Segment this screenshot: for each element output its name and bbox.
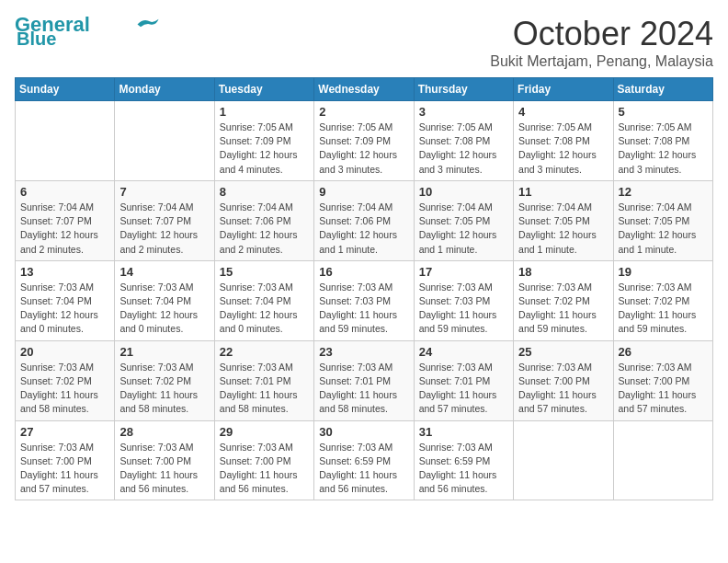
day-info: Sunrise: 7:05 AM Sunset: 7:08 PM Dayligh… — [619, 121, 708, 177]
day-info: Sunrise: 7:03 AM Sunset: 7:04 PM Dayligh… — [119, 281, 209, 337]
calendar-week-row: 13Sunrise: 7:03 AM Sunset: 7:04 PM Dayli… — [16, 260, 713, 340]
calendar-day-cell: 20Sunrise: 7:03 AM Sunset: 7:02 PM Dayli… — [16, 340, 115, 420]
calendar-day-cell: 22Sunrise: 7:03 AM Sunset: 7:01 PM Dayli… — [214, 340, 313, 420]
calendar-day-cell: 17Sunrise: 7:03 AM Sunset: 7:03 PM Dayli… — [414, 260, 513, 340]
day-info: Sunrise: 7:03 AM Sunset: 7:01 PM Dayligh… — [319, 361, 408, 417]
calendar-day-cell: 10Sunrise: 7:04 AM Sunset: 7:05 PM Dayli… — [414, 180, 513, 260]
month-title: October 2024 — [490, 15, 713, 53]
day-info: Sunrise: 7:03 AM Sunset: 7:01 PM Dayligh… — [419, 361, 508, 417]
calendar-body: 1Sunrise: 7:05 AM Sunset: 7:09 PM Daylig… — [16, 101, 713, 500]
day-info: Sunrise: 7:03 AM Sunset: 7:00 PM Dayligh… — [119, 441, 209, 497]
weekday-header-cell: Monday — [115, 78, 214, 101]
day-number: 12 — [619, 185, 708, 199]
logo-bird-icon — [134, 15, 160, 31]
day-info: Sunrise: 7:03 AM Sunset: 7:02 PM Dayligh… — [119, 361, 209, 417]
calendar-day-cell: 1Sunrise: 7:05 AM Sunset: 7:09 PM Daylig… — [214, 101, 313, 181]
day-info: Sunrise: 7:03 AM Sunset: 6:59 PM Dayligh… — [319, 441, 408, 497]
day-number: 8 — [220, 185, 309, 199]
day-info: Sunrise: 7:05 AM Sunset: 7:09 PM Dayligh… — [220, 121, 309, 177]
calendar-week-row: 27Sunrise: 7:03 AM Sunset: 7:00 PM Dayli… — [16, 420, 713, 500]
day-number: 31 — [419, 425, 508, 439]
day-number: 22 — [220, 345, 309, 359]
weekday-header-cell: Thursday — [414, 78, 513, 101]
calendar-day-cell: 3Sunrise: 7:05 AM Sunset: 7:08 PM Daylig… — [414, 101, 513, 181]
weekday-header-cell: Sunday — [16, 78, 115, 101]
day-info: Sunrise: 7:05 AM Sunset: 7:08 PM Dayligh… — [419, 121, 508, 177]
calendar-day-cell: 13Sunrise: 7:03 AM Sunset: 7:04 PM Dayli… — [16, 260, 115, 340]
calendar-day-cell: 2Sunrise: 7:05 AM Sunset: 7:09 PM Daylig… — [314, 101, 414, 181]
day-info: Sunrise: 7:03 AM Sunset: 7:00 PM Dayligh… — [619, 361, 708, 417]
calendar-day-cell: 18Sunrise: 7:03 AM Sunset: 7:02 PM Dayli… — [514, 260, 613, 340]
day-info: Sunrise: 7:03 AM Sunset: 7:00 PM Dayligh… — [518, 361, 608, 417]
weekday-header-row: SundayMondayTuesdayWednesdayThursdayFrid… — [16, 78, 713, 101]
day-number: 27 — [20, 425, 109, 439]
day-info: Sunrise: 7:03 AM Sunset: 7:02 PM Dayligh… — [20, 361, 109, 417]
day-info: Sunrise: 7:04 AM Sunset: 7:06 PM Dayligh… — [319, 201, 408, 257]
calendar-table: SundayMondayTuesdayWednesdayThursdayFrid… — [15, 77, 713, 500]
calendar-day-cell: 29Sunrise: 7:03 AM Sunset: 7:00 PM Dayli… — [214, 420, 313, 500]
day-number: 30 — [319, 425, 408, 439]
calendar-week-row: 1Sunrise: 7:05 AM Sunset: 7:09 PM Daylig… — [16, 101, 713, 181]
calendar-day-cell — [613, 420, 712, 500]
day-info: Sunrise: 7:05 AM Sunset: 7:08 PM Dayligh… — [518, 121, 608, 177]
calendar-day-cell — [16, 101, 115, 181]
day-info: Sunrise: 7:03 AM Sunset: 7:00 PM Dayligh… — [20, 441, 109, 497]
calendar-day-cell: 26Sunrise: 7:03 AM Sunset: 7:00 PM Dayli… — [613, 340, 712, 420]
day-info: Sunrise: 7:04 AM Sunset: 7:05 PM Dayligh… — [619, 201, 708, 257]
day-number: 7 — [119, 185, 209, 199]
title-area: October 2024 Bukit Mertajam, Penang, Mal… — [490, 15, 713, 70]
calendar-day-cell: 31Sunrise: 7:03 AM Sunset: 6:59 PM Dayli… — [414, 420, 513, 500]
calendar-day-cell: 11Sunrise: 7:04 AM Sunset: 7:05 PM Dayli… — [514, 180, 613, 260]
day-number: 20 — [20, 345, 109, 359]
day-info: Sunrise: 7:03 AM Sunset: 7:03 PM Dayligh… — [319, 281, 408, 337]
day-number: 25 — [518, 345, 608, 359]
day-number: 17 — [419, 265, 508, 279]
day-info: Sunrise: 7:03 AM Sunset: 7:02 PM Dayligh… — [619, 281, 708, 337]
day-number: 14 — [119, 265, 209, 279]
calendar-day-cell: 4Sunrise: 7:05 AM Sunset: 7:08 PM Daylig… — [514, 101, 613, 181]
day-info: Sunrise: 7:04 AM Sunset: 7:07 PM Dayligh… — [20, 201, 109, 257]
day-number: 1 — [220, 105, 309, 119]
day-info: Sunrise: 7:04 AM Sunset: 7:05 PM Dayligh… — [518, 201, 608, 257]
weekday-header-cell: Friday — [514, 78, 613, 101]
calendar-day-cell: 19Sunrise: 7:03 AM Sunset: 7:02 PM Dayli… — [613, 260, 712, 340]
day-number: 4 — [518, 105, 608, 119]
calendar-day-cell: 25Sunrise: 7:03 AM Sunset: 7:00 PM Dayli… — [514, 340, 613, 420]
calendar-day-cell: 7Sunrise: 7:04 AM Sunset: 7:07 PM Daylig… — [115, 180, 214, 260]
day-number: 15 — [220, 265, 309, 279]
calendar-day-cell — [115, 101, 214, 181]
day-info: Sunrise: 7:04 AM Sunset: 7:07 PM Dayligh… — [119, 201, 209, 257]
logo: General Blue — [15, 15, 160, 48]
weekday-header-cell: Wednesday — [314, 78, 414, 101]
day-info: Sunrise: 7:03 AM Sunset: 7:04 PM Dayligh… — [220, 281, 309, 337]
day-number: 19 — [619, 265, 708, 279]
day-number: 24 — [419, 345, 508, 359]
day-number: 9 — [319, 185, 408, 199]
calendar-day-cell: 24Sunrise: 7:03 AM Sunset: 7:01 PM Dayli… — [414, 340, 513, 420]
day-number: 16 — [319, 265, 408, 279]
day-info: Sunrise: 7:03 AM Sunset: 7:01 PM Dayligh… — [220, 361, 309, 417]
day-number: 3 — [419, 105, 508, 119]
calendar-day-cell: 6Sunrise: 7:04 AM Sunset: 7:07 PM Daylig… — [16, 180, 115, 260]
day-number: 18 — [518, 265, 608, 279]
calendar-day-cell: 15Sunrise: 7:03 AM Sunset: 7:04 PM Dayli… — [214, 260, 313, 340]
calendar-day-cell: 12Sunrise: 7:04 AM Sunset: 7:05 PM Dayli… — [613, 180, 712, 260]
day-number: 28 — [119, 425, 209, 439]
day-info: Sunrise: 7:03 AM Sunset: 7:00 PM Dayligh… — [220, 441, 309, 497]
day-number: 21 — [119, 345, 209, 359]
day-number: 29 — [220, 425, 309, 439]
day-info: Sunrise: 7:03 AM Sunset: 7:04 PM Dayligh… — [20, 281, 109, 337]
day-number: 10 — [419, 185, 508, 199]
calendar-day-cell: 5Sunrise: 7:05 AM Sunset: 7:08 PM Daylig… — [613, 101, 712, 181]
calendar-day-cell: 30Sunrise: 7:03 AM Sunset: 6:59 PM Dayli… — [314, 420, 414, 500]
day-info: Sunrise: 7:04 AM Sunset: 7:06 PM Dayligh… — [220, 201, 309, 257]
day-info: Sunrise: 7:03 AM Sunset: 7:03 PM Dayligh… — [419, 281, 508, 337]
day-info: Sunrise: 7:03 AM Sunset: 7:02 PM Dayligh… — [518, 281, 608, 337]
day-info: Sunrise: 7:03 AM Sunset: 6:59 PM Dayligh… — [419, 441, 508, 497]
header: General Blue October 2024 Bukit Mertajam… — [15, 15, 713, 70]
day-info: Sunrise: 7:05 AM Sunset: 7:09 PM Dayligh… — [319, 121, 408, 177]
day-number: 6 — [20, 185, 109, 199]
day-number: 11 — [518, 185, 608, 199]
logo-blue: Blue — [17, 29, 56, 48]
day-number: 13 — [20, 265, 109, 279]
